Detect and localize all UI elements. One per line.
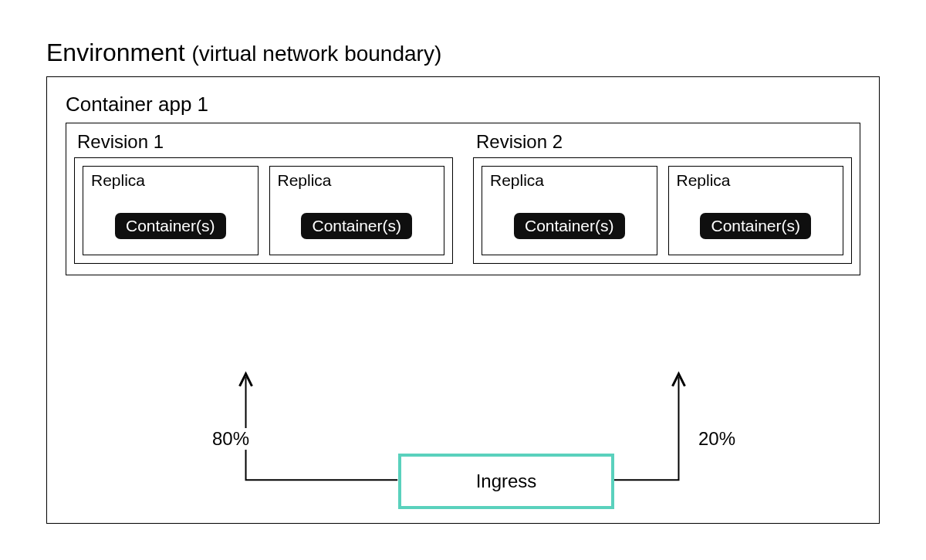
replica-box: Replica Container(s) bbox=[668, 166, 844, 255]
revisions-row: Revision 1 Replica Container(s) Replica … bbox=[74, 130, 852, 264]
revision-2: Revision 2 Replica Container(s) Replica … bbox=[473, 130, 852, 264]
container-tag: Container(s) bbox=[301, 213, 412, 239]
diagram-title: Environment (virtual network boundary) bbox=[46, 39, 880, 67]
replica-label: Replica bbox=[91, 171, 250, 190]
container-tag-wrap: Container(s) bbox=[677, 213, 836, 239]
container-tag: Container(s) bbox=[514, 213, 625, 239]
revision-2-label: Revision 2 bbox=[476, 131, 852, 153]
container-tag-wrap: Container(s) bbox=[490, 213, 649, 239]
replica-label: Replica bbox=[278, 171, 437, 190]
revision-1-box: Replica Container(s) Replica Container(s… bbox=[74, 157, 453, 264]
ingress-box: Ingress bbox=[398, 454, 614, 509]
container-app-label: Container app 1 bbox=[66, 93, 860, 116]
replica-box: Replica Container(s) bbox=[482, 166, 657, 255]
title-sub: (virtual network boundary) bbox=[192, 42, 442, 66]
replica-box: Replica Container(s) bbox=[269, 166, 445, 255]
replica-label: Replica bbox=[490, 171, 649, 190]
container-tag-wrap: Container(s) bbox=[278, 213, 437, 239]
environment-box: Container app 1 Revision 1 Replica Conta… bbox=[46, 76, 880, 524]
revision-1: Revision 1 Replica Container(s) Replica … bbox=[74, 130, 453, 264]
replica-label: Replica bbox=[677, 171, 836, 190]
container-tag-wrap: Container(s) bbox=[91, 213, 250, 239]
ingress-label: Ingress bbox=[476, 471, 537, 492]
container-tag: Container(s) bbox=[700, 213, 811, 239]
traffic-split-right: 20% bbox=[695, 428, 738, 450]
title-main: Environment bbox=[46, 39, 185, 66]
container-tag: Container(s) bbox=[115, 213, 226, 239]
container-app-box: Revision 1 Replica Container(s) Replica … bbox=[66, 123, 860, 275]
replica-box: Replica Container(s) bbox=[83, 166, 259, 255]
revision-1-label: Revision 1 bbox=[77, 131, 453, 153]
traffic-split-left: 80% bbox=[209, 428, 252, 450]
revision-2-box: Replica Container(s) Replica Container(s… bbox=[473, 157, 852, 264]
